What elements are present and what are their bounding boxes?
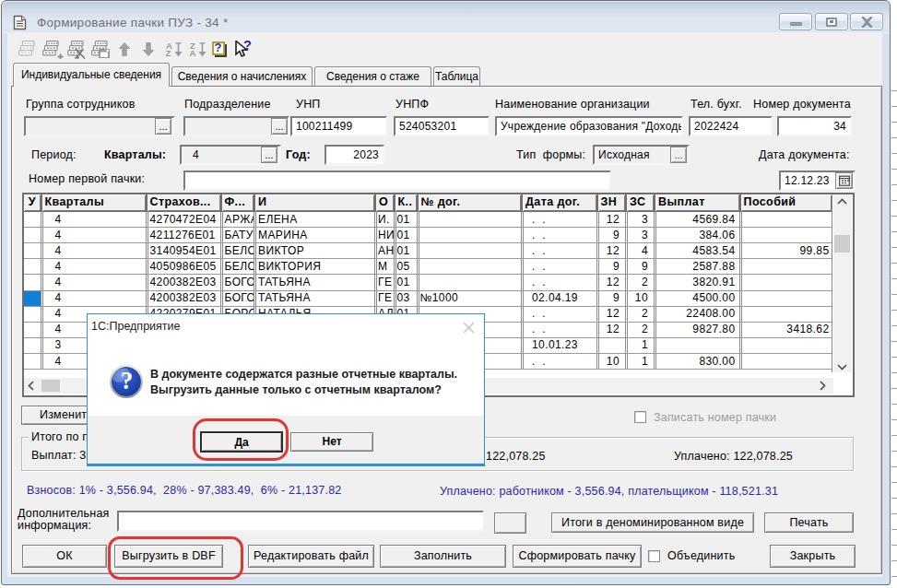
svg-text:?: ?	[121, 367, 134, 394]
